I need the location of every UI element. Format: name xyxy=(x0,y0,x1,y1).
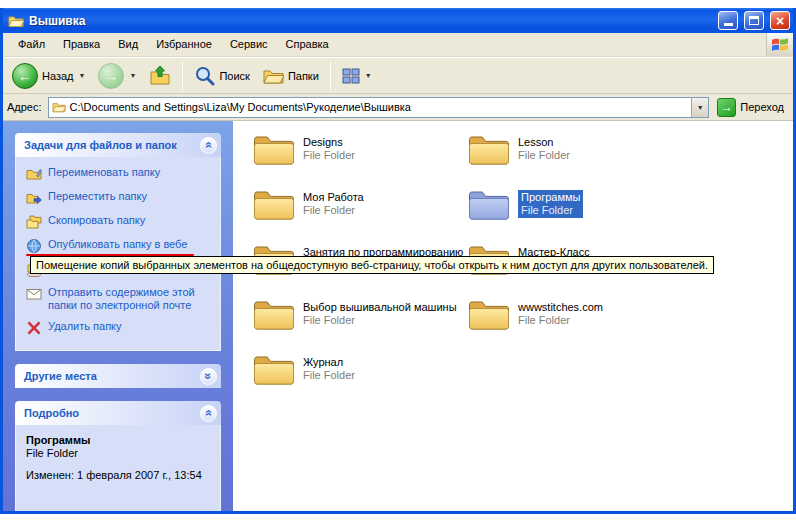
folder-icon xyxy=(253,298,295,331)
chevron-up-icon: » xyxy=(203,410,215,417)
file-name: Журнал xyxy=(303,356,355,368)
publish-web-icon xyxy=(26,238,42,254)
other-places-panel: Другие места » xyxy=(15,364,221,388)
details-name: Программы xyxy=(26,434,214,446)
search-button[interactable]: Поиск xyxy=(189,62,254,89)
back-button[interactable]: ← Назад ▼ xyxy=(7,60,90,92)
file-item-lesson[interactable]: LessonFile Folder xyxy=(468,133,680,188)
back-dropdown-icon[interactable]: ▼ xyxy=(79,72,86,79)
toolbar: ← Назад ▼ → ▼ Поиск Пап xyxy=(3,57,793,94)
file-type: File Folder xyxy=(518,314,603,326)
close-button[interactable]: × xyxy=(770,11,790,30)
menu-tools[interactable]: Сервис xyxy=(221,33,277,56)
window-folder-icon xyxy=(8,14,24,28)
minimize-button[interactable] xyxy=(718,11,738,30)
file-type: File Folder xyxy=(303,314,457,326)
file-name: Lesson xyxy=(518,136,570,148)
task-email-folder[interactable]: Отправить содержимое этой папки по элект… xyxy=(26,286,214,312)
minimize-icon xyxy=(724,23,733,26)
address-input[interactable]: C:\Documents and Settings\Liza\My Docume… xyxy=(48,97,710,118)
tasks-panel-body: Переименовать папку Переместить папку xyxy=(15,157,221,351)
chevron-down-icon: » xyxy=(203,373,215,380)
folders-label: Папки xyxy=(288,70,319,82)
folder-icon-selected xyxy=(468,188,510,221)
file-type: File Folder xyxy=(303,149,355,161)
go-icon: → xyxy=(717,98,736,117)
forward-button[interactable]: → ▼ xyxy=(93,60,141,92)
go-label: Переход xyxy=(740,101,784,113)
details-collapse-button[interactable]: » xyxy=(200,405,217,422)
views-button[interactable]: ▼ xyxy=(337,65,377,87)
address-dropdown-button[interactable]: ▼ xyxy=(691,98,708,117)
tooltip: Помещение копий выбранных элементов на о… xyxy=(30,256,714,274)
menu-edit[interactable]: Правка xyxy=(54,33,109,56)
task-copy-folder[interactable]: Скопировать папку xyxy=(26,214,214,230)
folders-button[interactable]: Папки xyxy=(258,64,324,88)
tasks-panel: Задачи для файлов и папок » Переименоват… xyxy=(15,133,221,351)
file-item-vybor-mashiny[interactable]: Выбор вышивальной машиныFile Folder xyxy=(253,298,465,353)
chevron-up-icon: » xyxy=(203,142,215,149)
other-places-header[interactable]: Другие места » xyxy=(15,364,221,388)
rename-folder-icon xyxy=(26,166,42,182)
search-label: Поиск xyxy=(219,70,249,82)
folder-icon xyxy=(253,133,295,166)
folder-icon xyxy=(468,298,510,331)
delete-x-icon xyxy=(26,320,42,336)
file-name: wwwstitches.com xyxy=(518,301,603,313)
windows-flag-icon xyxy=(771,37,789,53)
details-body: Программы File Folder Изменен: 1 февраля… xyxy=(15,425,221,511)
file-type: File Folder xyxy=(303,204,364,216)
menu-favorites[interactable]: Избранное xyxy=(147,33,221,56)
file-name: Программы xyxy=(521,191,580,203)
up-folder-icon xyxy=(149,65,171,86)
details-type: File Folder xyxy=(26,447,214,459)
email-icon xyxy=(26,286,42,302)
window-title: Вышивка xyxy=(29,14,712,28)
task-move-folder[interactable]: Переместить папку xyxy=(26,190,214,206)
copy-folder-icon xyxy=(26,214,42,230)
file-type: File Folder xyxy=(518,149,570,161)
menu-view[interactable]: Вид xyxy=(109,33,147,56)
file-name: Моя Работа xyxy=(303,191,364,203)
address-folder-icon xyxy=(52,101,66,113)
go-button[interactable]: → Переход xyxy=(715,98,789,117)
other-places-expand-button[interactable]: » xyxy=(200,368,217,385)
task-publish-folder[interactable]: Опубликовать папку в вебе xyxy=(26,238,214,254)
tasks-panel-title: Задачи для файлов и папок xyxy=(24,139,177,151)
tasks-collapse-button[interactable]: » xyxy=(200,137,217,154)
back-icon: ← xyxy=(12,63,38,89)
task-delete-folder[interactable]: Удалить папку xyxy=(26,320,214,336)
views-dropdown-icon[interactable]: ▼ xyxy=(365,72,372,79)
windows-logo xyxy=(766,33,793,56)
views-icon xyxy=(342,68,360,84)
file-list-area: DesignsFile Folder LessonFile Folder Моя… xyxy=(233,121,793,511)
forward-dropdown-icon[interactable]: ▼ xyxy=(129,72,136,79)
menu-file[interactable]: Файл xyxy=(9,33,54,56)
file-item-zhurnal[interactable]: ЖурналFile Folder xyxy=(253,353,465,408)
file-item-programmy-selected[interactable]: ПрограммыFile Folder xyxy=(468,188,680,243)
file-item-wwwstitches[interactable]: wwwstitches.comFile Folder xyxy=(468,298,680,353)
menu-help[interactable]: Справка xyxy=(277,33,338,56)
forward-icon: → xyxy=(98,63,124,89)
file-item-moya-rabota[interactable]: Моя РаботаFile Folder xyxy=(253,188,465,243)
close-icon: × xyxy=(776,14,784,28)
folder-icon xyxy=(253,353,295,386)
address-label: Адрес: xyxy=(7,101,42,113)
content: Задачи для файлов и папок » Переименоват… xyxy=(3,121,793,511)
maximize-icon xyxy=(749,16,759,25)
task-rename-folder[interactable]: Переименовать папку xyxy=(26,166,214,182)
chevron-down-icon: ▼ xyxy=(697,104,704,111)
menubar: Файл Правка Вид Избранное Сервис Справка xyxy=(3,33,793,57)
folders-icon xyxy=(263,67,284,85)
folder-icon xyxy=(253,188,295,221)
tasks-panel-header[interactable]: Задачи для файлов и папок » xyxy=(15,133,221,157)
address-path: C:\Documents and Settings\Liza\My Docume… xyxy=(70,101,688,113)
details-modified: Изменен: 1 февраля 2007 г., 13:54 xyxy=(26,469,214,481)
file-item-designs[interactable]: DesignsFile Folder xyxy=(253,133,465,188)
maximize-button[interactable] xyxy=(744,11,764,30)
details-header[interactable]: Подробно » xyxy=(15,401,221,425)
addressbar: Адрес: C:\Documents and Settings\Liza\My… xyxy=(3,94,793,121)
up-button[interactable] xyxy=(144,62,176,89)
search-icon xyxy=(194,65,215,86)
titlebar: Вышивка × xyxy=(3,8,793,33)
